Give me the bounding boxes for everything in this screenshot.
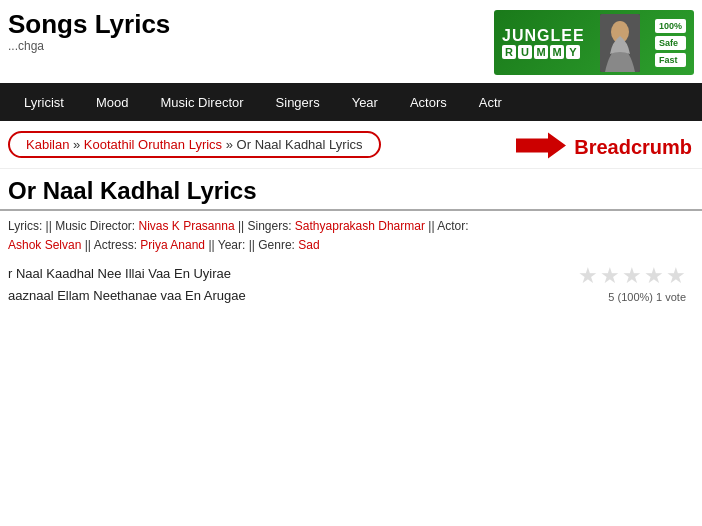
rummy-m2: M [550,45,564,59]
ad-figure [600,14,640,72]
nav-item-mood[interactable]: Mood [80,83,145,121]
rating-count: 5 (100%) 1 vote [608,291,686,303]
arrow-svg [516,130,566,160]
ad-badge-2: Safe [655,36,686,50]
actor-label: Actor: [437,219,468,233]
ad-badge-1: 100% [655,19,686,33]
star-2[interactable]: ★ [600,263,620,289]
breadcrumb: Kabilan » Kootathil Oruthan Lyrics » Or … [8,131,381,158]
song-meta: Lyrics: || Music Director: Nivas K Prasa… [0,211,702,259]
singers-label: Singers: [247,219,291,233]
ad-badge-3: Fast [655,53,686,67]
music-director-value[interactable]: Nivas K Prasanna [139,219,235,233]
site-branding: Songs Lyrics ...chga [8,10,170,53]
star-rating[interactable]: ★ ★ ★ ★ ★ [578,263,686,289]
sep5: || [208,238,217,252]
music-director-label: Music Director: [55,219,135,233]
breadcrumb-sep-1: » [73,137,84,152]
breadcrumb-arrow-icon [516,130,566,163]
nav-item-lyricist[interactable]: Lyricist [8,83,80,121]
genre-label: Genre: [258,238,295,252]
breadcrumb-link-kabilan[interactable]: Kabilan [26,137,69,152]
actor-value[interactable]: Ashok Selvan [8,238,81,252]
song-title-section: Or Naal Kadhal Lyrics [0,169,702,211]
nav-bar: Lyricist Mood Music Director Singers Yea… [0,83,702,121]
sep3: || [428,219,437,233]
breadcrumb-label: Breadcrumb [574,135,692,158]
nav-item-singers[interactable]: Singers [260,83,336,121]
ad-logo: JUNGLEE R U M M Y [502,27,585,59]
lyrics-label: Lyrics: [8,219,42,233]
star-3[interactable]: ★ [622,263,642,289]
breadcrumb-current: » Or Naal Kadhal Lyrics [226,137,363,152]
actress-label: Actress: [94,238,137,252]
star-4[interactable]: ★ [644,263,664,289]
nav-item-year[interactable]: Year [336,83,394,121]
breadcrumb-annotation: Breadcrumb [516,130,692,163]
ad-brand: JUNGLEE [502,27,585,45]
breadcrumb-section: Kabilan » Kootathil Oruthan Lyrics » Or … [0,121,702,169]
nav-item-music-director[interactable]: Music Director [145,83,260,121]
genre-value[interactable]: Sad [298,238,319,252]
nav-item-actresses[interactable]: Actr [463,83,518,121]
ad-side: 100% Safe Fast [655,19,686,67]
site-subtitle: ...chga [8,39,170,53]
star-1[interactable]: ★ [578,263,598,289]
breadcrumb-link-kootathil[interactable]: Kootathil Oruthan Lyrics [84,137,222,152]
ad-banner[interactable]: JUNGLEE R U M M Y 100% Safe Fast [494,10,694,75]
lyrics-row: r Naal Kaadhal Nee Illai Vaa En Uyirae a… [0,259,702,307]
year-label: Year: [218,238,246,252]
svg-marker-2 [516,132,566,158]
nav-item-actors[interactable]: Actors [394,83,463,121]
song-title: Or Naal Kadhal Lyrics [8,177,694,205]
lyrics-line-1: r Naal Kaadhal Nee Illai Vaa En Uyirae [8,263,554,285]
rummy-r: R [502,45,516,59]
rating-section: ★ ★ ★ ★ ★ 5 (100%) 1 vote [554,263,694,303]
rummy-u: U [518,45,532,59]
header: Songs Lyrics ...chga JUNGLEE R U M M Y 1… [0,0,702,83]
sep1: || [46,219,56,233]
lyrics-line-2: aaznaal Ellam Neethanae vaa En Arugae [8,285,554,307]
sep6: || [249,238,259,252]
ad-rummy-row: R U M M Y [502,45,580,59]
lyrics-text: r Naal Kaadhal Nee Illai Vaa En Uyirae a… [8,263,554,307]
rummy-y: Y [566,45,580,59]
star-5[interactable]: ★ [666,263,686,289]
actress-value[interactable]: Priya Anand [140,238,205,252]
singers-value[interactable]: Sathyaprakash Dharmar [295,219,425,233]
site-title: Songs Lyrics [8,10,170,39]
rummy-m1: M [534,45,548,59]
sep4: || [85,238,94,252]
breadcrumb-text: Kabilan » Kootathil Oruthan Lyrics » Or … [26,137,363,152]
